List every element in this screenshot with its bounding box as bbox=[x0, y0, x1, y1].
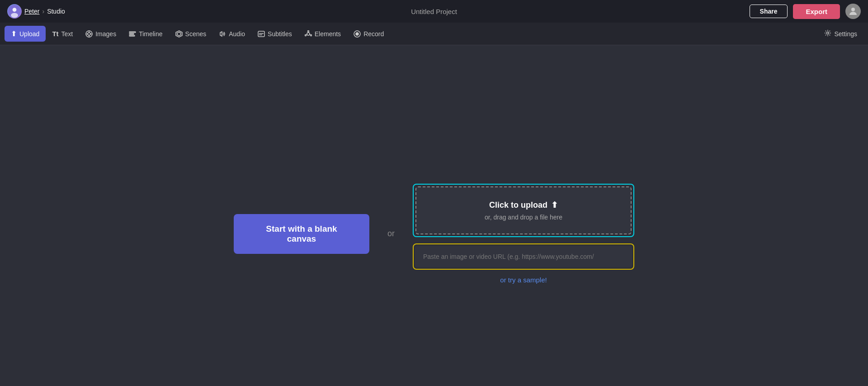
svg-point-1 bbox=[13, 8, 17, 12]
toolbar-label-timeline: Timeline bbox=[139, 30, 162, 38]
svg-point-19 bbox=[307, 30, 309, 32]
topbar-actions: Share Export bbox=[750, 4, 861, 19]
upload-drop-zone[interactable]: Click to upload ⬆ or, drag and drop a fi… bbox=[413, 184, 634, 237]
url-input[interactable] bbox=[415, 246, 632, 267]
scenes-icon bbox=[175, 30, 183, 38]
svg-point-21 bbox=[305, 34, 306, 36]
svg-marker-13 bbox=[176, 31, 182, 37]
toolbar-label-images: Images bbox=[95, 30, 116, 38]
toolbar-label-upload: Upload bbox=[19, 30, 39, 38]
upload-drop-title: Click to upload ⬆ bbox=[489, 200, 558, 210]
studio-label: Studio bbox=[47, 8, 65, 15]
text-icon: Tt bbox=[52, 30, 58, 38]
settings-button[interactable]: Settings bbox=[818, 26, 863, 42]
svg-rect-11 bbox=[129, 33, 134, 34]
record-icon bbox=[354, 30, 361, 38]
toolbar: ⬆ Upload Tt Text Images Timeline bbox=[0, 23, 868, 45]
settings-label: Settings bbox=[834, 30, 857, 38]
top-bar: Peter › Studio Untitled Project Share Ex… bbox=[0, 0, 868, 23]
toolbar-item-elements[interactable]: Elements bbox=[298, 27, 347, 41]
toolbar-label-subtitles: Subtitles bbox=[268, 30, 292, 38]
upload-panel: Click to upload ⬆ or, drag and drop a fi… bbox=[413, 184, 634, 284]
toolbar-label-scenes: Scenes bbox=[185, 30, 207, 38]
svg-line-24 bbox=[306, 34, 307, 35]
svg-rect-12 bbox=[129, 35, 135, 36]
upload-arrow-icon: ⬆ bbox=[551, 200, 558, 210]
or-divider: or bbox=[387, 229, 395, 238]
svg-rect-15 bbox=[258, 31, 264, 37]
project-title[interactable]: Untitled Project bbox=[411, 8, 457, 15]
subtitles-icon bbox=[258, 30, 265, 38]
toolbar-item-text[interactable]: Tt Text bbox=[46, 26, 79, 41]
svg-point-5 bbox=[88, 33, 90, 35]
audio-icon bbox=[219, 30, 226, 38]
try-sample-link[interactable]: or try a sample! bbox=[413, 276, 634, 284]
share-button[interactable]: Share bbox=[750, 5, 788, 18]
toolbar-label-text: Text bbox=[61, 30, 73, 38]
breadcrumb: Peter › Studio bbox=[7, 4, 65, 19]
toolbar-label-record: Record bbox=[363, 30, 384, 38]
toolbar-item-audio[interactable]: Audio bbox=[212, 27, 251, 41]
timeline-icon bbox=[129, 30, 136, 38]
settings-icon bbox=[824, 29, 831, 38]
toolbar-label-elements: Elements bbox=[315, 30, 341, 38]
upload-drop-subtitle: or, drag and drop a file here bbox=[485, 214, 562, 221]
brand-avatar bbox=[7, 4, 22, 19]
svg-point-18 bbox=[307, 33, 310, 35]
url-input-wrapper bbox=[413, 243, 634, 270]
upload-icon: ⬆ bbox=[11, 29, 17, 38]
upload-drop-inner[interactable]: Click to upload ⬆ or, drag and drop a fi… bbox=[415, 186, 632, 234]
toolbar-item-record[interactable]: Record bbox=[347, 27, 390, 41]
svg-line-23 bbox=[310, 34, 311, 35]
svg-point-26 bbox=[356, 33, 359, 35]
export-button[interactable]: Export bbox=[793, 4, 840, 19]
blank-canvas-button[interactable]: Start with a blank canvas bbox=[234, 214, 369, 254]
svg-rect-10 bbox=[129, 32, 136, 33]
toolbar-item-timeline[interactable]: Timeline bbox=[123, 27, 169, 41]
svg-point-27 bbox=[827, 32, 829, 34]
center-panel: Start with a blank canvas or Click to up… bbox=[234, 184, 634, 284]
toolbar-item-upload[interactable]: ⬆ Upload bbox=[5, 26, 46, 42]
user-avatar[interactable] bbox=[845, 4, 861, 19]
username-link[interactable]: Peter bbox=[24, 8, 39, 15]
toolbar-label-audio: Audio bbox=[229, 30, 245, 38]
toolbar-item-scenes[interactable]: Scenes bbox=[169, 27, 213, 41]
main-content: Start with a blank canvas or Click to up… bbox=[0, 45, 868, 386]
svg-point-3 bbox=[851, 8, 855, 11]
svg-point-20 bbox=[310, 34, 311, 36]
images-icon bbox=[85, 30, 93, 38]
svg-point-2 bbox=[11, 13, 18, 18]
breadcrumb-separator: › bbox=[42, 8, 44, 15]
toolbar-item-subtitles[interactable]: Subtitles bbox=[251, 27, 298, 41]
toolbar-item-images[interactable]: Images bbox=[79, 27, 123, 41]
upload-click-label: Click to upload bbox=[489, 200, 547, 210]
elements-icon bbox=[305, 30, 312, 38]
svg-marker-14 bbox=[177, 32, 181, 36]
